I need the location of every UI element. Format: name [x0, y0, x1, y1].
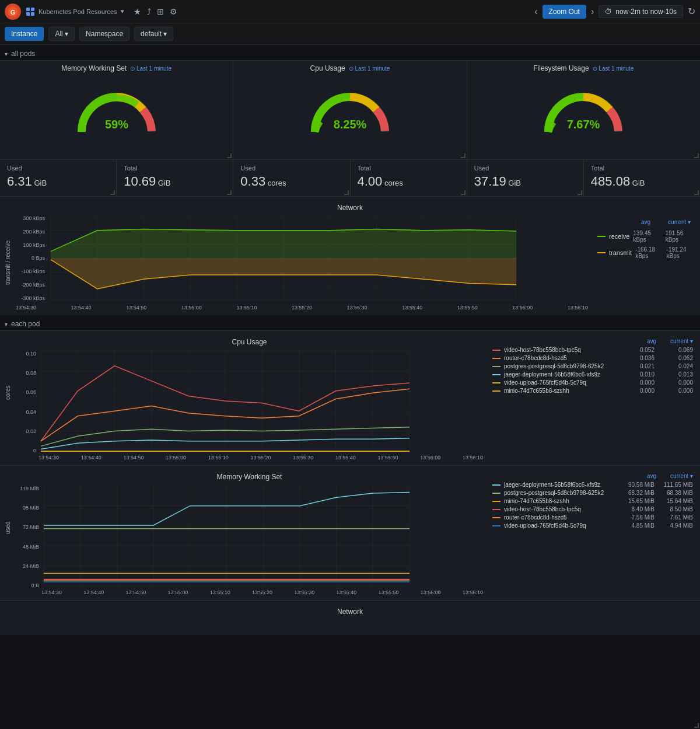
memory-panel-title: Memory Working Set ⊙ Last 1 minute [0, 61, 233, 74]
each-pod-network-panel: Network [0, 600, 700, 635]
memory-legend-item: minio-74d7c655b8-szshh 15.65 MiB 15.64 M… [492, 498, 693, 504]
memory-legend-item: video-host-78bc558bcb-tpc5q 8.40 MiB 8.5… [492, 506, 693, 512]
legend-color-bar [492, 374, 501, 375]
filesystem-panel-title: Filesystem Usage ⊙ Last 1 minute [467, 61, 700, 74]
svg-rect-4 [26, 12, 30, 16]
legend-color-bar [492, 501, 501, 502]
topbar-actions: ★ ⤴ ⊞ ⚙ [134, 7, 177, 16]
svg-rect-2 [26, 8, 30, 11]
filesystem-badge: ⊙ Last 1 minute [593, 65, 634, 72]
memory-chart-title: Memory Working Set [12, 469, 487, 483]
network-yaxis-label: transmit / receive [4, 213, 12, 312]
memory-badge: ⊙ Last 1 minute [130, 65, 172, 72]
all-button[interactable]: All ▾ [48, 27, 75, 41]
topbar: G Kubernetes Pod Resources ▾ ★ ⤴ ⊞ ⚙ ‹ Z… [0, 0, 700, 23]
cpu-chart-area: Cpu Usage 0.100.080.060.040.020 13:54:30… [12, 334, 487, 462]
legend-color-bar [492, 382, 501, 383]
resize-handle[interactable] [461, 190, 466, 195]
legend-color-bar [492, 525, 501, 526]
memory-chart-panel: used Memory Working Set 119 MiB95 MiB72 … [0, 465, 700, 600]
cpu-xaxis: 13:54:3013:54:4013:54:5013:55:0013:55:10… [12, 454, 487, 462]
cpu-used-value: 0.33 cores [240, 174, 342, 189]
cpu-chart-title: Cpu Usage [12, 334, 487, 348]
cpu-chart-canvas [38, 348, 412, 454]
cpu-usage-chart-panel: cores Cpu Usage 0.100.080.060.040.020 13… [0, 330, 700, 465]
cpu-legend-item: router-c78bcdc8d-hszd5 0.036 0.062 [492, 355, 693, 361]
cpu-legend-rows: video-host-78bc558bcb-tpc5q 0.052 0.069 … [492, 347, 693, 394]
stat-panels-row: Used 6.31 GiB Total 10.69 GiB Used 0.33 … [0, 159, 700, 196]
memory-yaxis-labels: 119 MiB95 MiB72 MiB48 MiB24 MiB0 B [12, 483, 41, 588]
memory-legend-rows: jaeger-deployment-56b58f6bc6-xfs9z 90.58… [492, 482, 693, 529]
resize-handle[interactable] [227, 154, 232, 158]
legend-transmit: transmit -166.18 kBps -191.24 kBps [597, 246, 691, 259]
default-button[interactable]: default ▾ [134, 27, 173, 41]
star-icon[interactable]: ★ [134, 7, 141, 16]
fs-total-value: 485.08 GiB [591, 174, 693, 189]
resize-handle[interactable] [694, 190, 699, 195]
resize-handle[interactable] [110, 190, 115, 195]
memory-legend: avg current ▾ jaeger-deployment-56b58f6b… [487, 469, 696, 597]
cpu-badge: ⊙ Last 1 minute [349, 65, 390, 72]
cpu-yaxis-labels: 0.100.080.060.040.020 [12, 348, 38, 454]
timerange-picker[interactable]: ⏱ now-2m to now-10s [598, 5, 683, 18]
svg-text:G: G [10, 8, 15, 15]
svg-text:7.67%: 7.67% [567, 118, 600, 131]
svg-text:59%: 59% [105, 118, 128, 131]
memory-total-stat: Total 10.69 GiB [117, 160, 233, 196]
resize-handle[interactable] [227, 190, 232, 195]
each-pod-section-header[interactable]: ▾ each pod [0, 315, 700, 330]
filesystem-usage-panel: Filesystem Usage ⊙ Last 1 minute 7.67% [467, 61, 700, 159]
cpu-total-stat: Total 4.00 cores [351, 160, 467, 196]
cpu-panel-title: Cpu Usage ⊙ Last 1 minute [233, 61, 466, 74]
legend-receive: receive 139.45 kBps 191.56 kBps [597, 230, 691, 243]
cpu-total-value: 4.00 cores [358, 174, 460, 189]
dashboard-title[interactable]: Kubernetes Pod Resources ▾ [26, 7, 124, 16]
refresh-icon[interactable]: ↻ [688, 6, 695, 17]
network-legend-header: avg current ▾ [597, 219, 691, 225]
network-legend: avg current ▾ receive 139.45 kBps 191.56… [592, 213, 696, 312]
all-pods-section-header[interactable]: ▾ all pods [0, 45, 700, 60]
legend-color-bar [492, 509, 501, 510]
resize-handle[interactable] [694, 154, 699, 158]
network-chart [47, 213, 520, 304]
grafana-logo[interactable]: G [5, 4, 21, 20]
settings-icon[interactable]: ⚙ [170, 7, 177, 16]
network-yaxis-labels: 300 kBps 200 kBps 100 kBps 0 Bps -100 kB… [12, 213, 47, 304]
network-title: Network [4, 200, 696, 213]
memory-xaxis: 13:54:3013:54:4013:54:5013:55:0013:55:10… [12, 588, 487, 597]
memory-used-value: 6.31 GiB [7, 174, 109, 189]
share-icon[interactable]: ⤴ [147, 7, 151, 16]
grid-icon[interactable]: ⊞ [157, 7, 164, 16]
svg-rect-5 [31, 12, 34, 16]
chevron-down-icon: ▾ [5, 321, 8, 327]
legend-color-bar [492, 517, 501, 518]
legend-color-bar [492, 484, 501, 486]
time-icon: ⏱ [605, 8, 612, 16]
resize-handle[interactable] [344, 190, 349, 195]
transmit-color [597, 252, 606, 253]
memory-legend-item: video-upload-765fcf5d4b-5c79q 4.85 MiB 4… [492, 522, 693, 529]
network-panel: Network transmit / receive 300 kBps 200 … [0, 196, 700, 315]
zoom-out-button[interactable]: Zoom Out [542, 5, 586, 19]
nav-right-icon[interactable]: › [591, 6, 594, 17]
memory-total-value: 10.69 GiB [124, 174, 226, 189]
memory-legend-header: avg current ▾ [492, 473, 693, 479]
resize-handle[interactable] [694, 723, 699, 728]
fs-total-stat: Total 485.08 GiB [584, 160, 700, 196]
memory-working-set-panel: Memory Working Set ⊙ Last 1 minute 59% [0, 61, 233, 159]
instance-button[interactable]: Instance [5, 27, 44, 41]
cpu-legend-header: avg current ▾ [492, 338, 693, 344]
legend-color-bar [492, 358, 501, 359]
memory-legend-item: postgres-postgresql-5d8cb9798-625k2 68.3… [492, 490, 693, 496]
gauge-panels-row: Memory Working Set ⊙ Last 1 minute 59% [0, 60, 700, 159]
fs-used-stat: Used 37.19 GiB [467, 160, 584, 196]
resize-handle[interactable] [578, 190, 582, 195]
network-xaxis: 13:54:3013:54:4013:54:5013:55:0013:55:10… [12, 304, 592, 312]
cpu-legend-item: video-upload-765fcf5d4b-5c79q 0.000 0.00… [492, 379, 693, 386]
chevron-down-icon: ▾ [5, 51, 8, 57]
namespace-button[interactable]: Namespace [79, 27, 130, 41]
legend-color-bar [492, 493, 501, 494]
memory-chart-area: Memory Working Set 119 MiB95 MiB72 MiB48… [12, 469, 487, 597]
resize-handle[interactable] [461, 154, 466, 158]
nav-left-icon[interactable]: ‹ [534, 6, 537, 17]
